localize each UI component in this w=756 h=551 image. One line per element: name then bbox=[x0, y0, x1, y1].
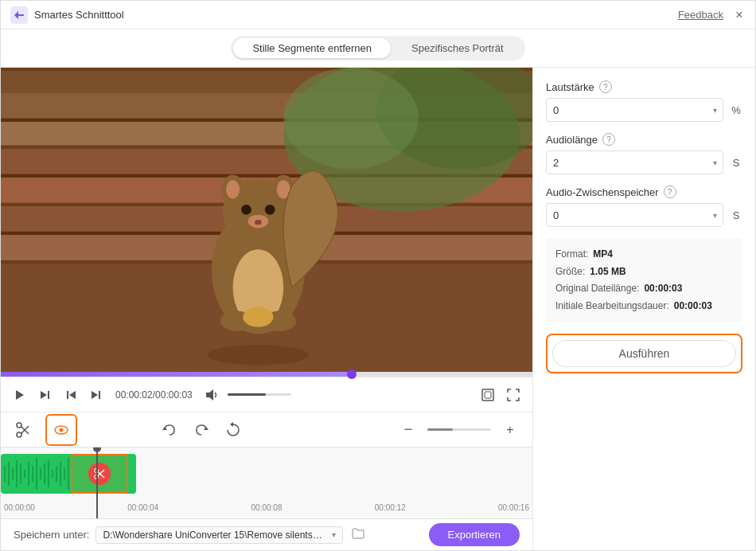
refresh-icon bbox=[225, 422, 241, 438]
question-mark: ? bbox=[603, 83, 608, 92]
lautstarke-select-row: 0 1 2 ▾ % bbox=[546, 98, 742, 122]
skip-forward-icon bbox=[90, 389, 103, 401]
volume-fill bbox=[228, 393, 266, 396]
progress-fill bbox=[1, 372, 352, 377]
svg-marker-52 bbox=[230, 422, 233, 427]
playhead[interactable] bbox=[96, 447, 98, 518]
eye-button[interactable] bbox=[49, 417, 74, 443]
svg-point-32 bbox=[243, 307, 273, 326]
fit-screen-icon bbox=[481, 388, 495, 402]
volume-slider[interactable] bbox=[228, 393, 291, 396]
format-row: Format: MP4 bbox=[555, 246, 733, 264]
tool-bar: − + bbox=[1, 412, 532, 447]
controls-bar: 00:00:02/00:00:03 bbox=[1, 377, 532, 412]
skip-back-button[interactable] bbox=[61, 385, 80, 404]
refresh-button[interactable] bbox=[220, 417, 246, 443]
volume-button[interactable] bbox=[202, 385, 221, 404]
ruler-marks: 00:00:00 00:00:04 00:00:08 00:00:12 00:0… bbox=[1, 503, 532, 512]
zoom-controls: − + bbox=[396, 417, 523, 443]
feedback-link[interactable]: Feedback bbox=[678, 9, 723, 21]
eye-button-container bbox=[45, 414, 77, 446]
play-button[interactable] bbox=[10, 385, 29, 404]
video-image bbox=[1, 68, 532, 372]
svg-point-27 bbox=[265, 205, 275, 215]
grosse-row: Größe: 1.05 MB bbox=[555, 264, 733, 281]
eye-icon bbox=[53, 422, 69, 438]
svg-marker-39 bbox=[92, 391, 98, 399]
zoom-slider[interactable] bbox=[427, 428, 491, 431]
skip-forward-button[interactable] bbox=[87, 385, 106, 404]
timeline-area[interactable]: 00:00:00 00:00:04 00:00:08 00:00:12 00:0… bbox=[1, 447, 532, 518]
tab-bar: Stille Segmente entfernen Spezifisches P… bbox=[1, 29, 755, 68]
execute-btn-container: Ausführen bbox=[546, 334, 742, 373]
audiolange-setting: Audiolänge ? 2 1 3 ▾ S bbox=[546, 133, 742, 174]
title-bar-right: Feedback × bbox=[678, 9, 746, 21]
svg-marker-41 bbox=[206, 389, 213, 401]
grosse-value: 1.05 MB bbox=[590, 264, 625, 281]
ruler-mark-2: 00:00:08 bbox=[251, 503, 283, 512]
title-bar-left: Smartes Schnitttool bbox=[10, 6, 124, 24]
zwischenspeicher-unit: S bbox=[730, 209, 742, 221]
cut-button[interactable] bbox=[10, 417, 36, 443]
zoom-out-button[interactable]: − bbox=[396, 417, 421, 443]
video-placeholder bbox=[1, 68, 532, 372]
redo-button[interactable] bbox=[189, 417, 214, 443]
grosse-key: Größe: bbox=[555, 264, 585, 281]
bottom-bar: Speichern unter: D:\Wondershare UniConve… bbox=[1, 518, 532, 550]
svg-marker-50 bbox=[162, 427, 167, 430]
execute-button[interactable]: Ausführen bbox=[552, 340, 736, 367]
export-button[interactable]: Exportieren bbox=[429, 523, 520, 546]
save-path-dropdown[interactable]: D:\Wondershare UniConverter 15\Remove si… bbox=[95, 526, 343, 544]
svg-point-33 bbox=[208, 345, 309, 365]
progress-bar[interactable] bbox=[1, 372, 532, 377]
svg-rect-43 bbox=[485, 392, 491, 398]
volume-icon bbox=[205, 388, 219, 402]
timeline-track bbox=[1, 454, 532, 494]
screen-buttons bbox=[478, 385, 523, 404]
progress-thumb[interactable] bbox=[347, 369, 357, 379]
audiolange-select[interactable]: 2 1 3 bbox=[546, 150, 723, 174]
zwischenspeicher-help[interactable]: ? bbox=[664, 186, 676, 198]
tab-spezifisches-portrat[interactable]: Spezifisches Porträt bbox=[392, 38, 523, 58]
fullscreen-button[interactable] bbox=[504, 385, 523, 404]
cut-segment-icon bbox=[93, 467, 106, 480]
svg-point-24 bbox=[226, 180, 240, 198]
initiale-value: 00:00:03 bbox=[674, 298, 712, 315]
initiale-key: Initiale Bearbeitungsdauer: bbox=[555, 298, 669, 315]
tab-stille-segmente[interactable]: Stille Segmente entfernen bbox=[233, 38, 391, 58]
svg-point-49 bbox=[60, 428, 64, 432]
svg-point-29 bbox=[255, 220, 261, 225]
initiale-row: Initiale Bearbeitungsdauer: 00:00:03 bbox=[555, 298, 733, 315]
time-total: 00:00:03 bbox=[155, 389, 193, 401]
svg-rect-36 bbox=[48, 391, 49, 399]
folder-button[interactable] bbox=[349, 525, 367, 545]
svg-rect-38 bbox=[67, 391, 68, 399]
svg-marker-35 bbox=[41, 391, 47, 399]
zwischenspeicher-select-wrapper: 0 1 2 ▾ bbox=[546, 203, 723, 227]
fit-screen-button[interactable] bbox=[478, 385, 497, 404]
app-icon bbox=[10, 6, 28, 24]
ruler-mark-0: 00:00:00 bbox=[4, 503, 35, 512]
lautstarke-help[interactable]: ? bbox=[599, 80, 612, 93]
close-button[interactable]: × bbox=[733, 9, 746, 21]
lautstarke-select-wrapper: 0 1 2 ▾ bbox=[546, 98, 723, 122]
lautstarke-select[interactable]: 0 1 2 bbox=[546, 98, 723, 122]
undo-button[interactable] bbox=[157, 417, 182, 443]
video-area[interactable] bbox=[1, 68, 532, 372]
audiolange-label: Audiolänge ? bbox=[546, 133, 742, 146]
step-forward-button[interactable] bbox=[36, 385, 55, 404]
lautstarke-label: Lautstärke ? bbox=[546, 80, 742, 93]
save-path-chevron: ▾ bbox=[332, 530, 336, 539]
tab-group: Stille Segmente entfernen Spezifisches P… bbox=[231, 36, 524, 61]
timeline-ruler: 00:00:00 00:00:04 00:00:08 00:00:12 00:0… bbox=[1, 496, 532, 512]
zwischenspeicher-select-row: 0 1 2 ▾ S bbox=[546, 203, 742, 227]
title-bar: Smartes Schnitttool Feedback × bbox=[1, 1, 755, 29]
svg-marker-37 bbox=[69, 391, 76, 399]
zoom-in-button[interactable]: + bbox=[497, 417, 523, 443]
audiolange-help[interactable]: ? bbox=[602, 133, 615, 146]
save-path-text: D:\Wondershare UniConverter 15\Remove si… bbox=[103, 530, 325, 541]
zwischenspeicher-select[interactable]: 0 1 2 bbox=[546, 203, 723, 227]
svg-rect-40 bbox=[99, 391, 100, 399]
skip-back-icon bbox=[64, 389, 77, 401]
undo-icon bbox=[162, 422, 177, 438]
